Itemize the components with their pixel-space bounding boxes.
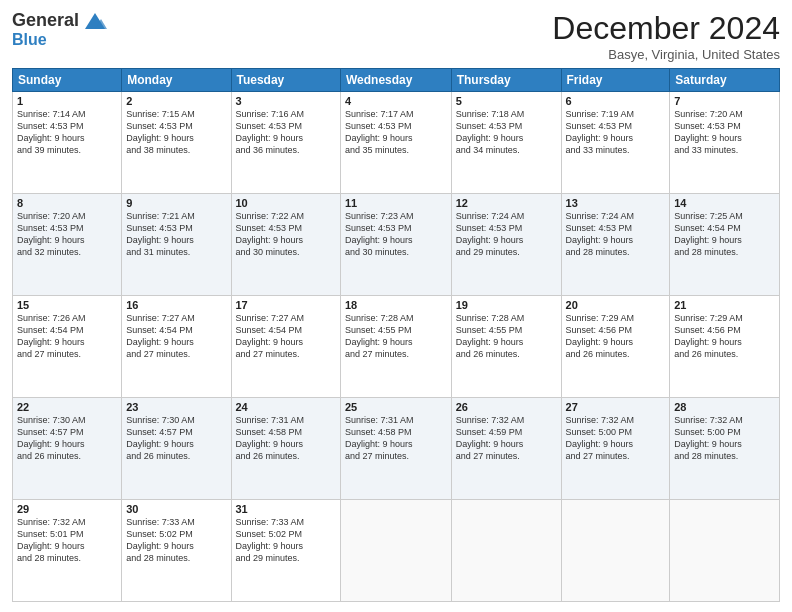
location: Basye, Virginia, United States xyxy=(552,47,780,62)
month-title: December 2024 xyxy=(552,10,780,47)
col-sunday: Sunday xyxy=(13,69,122,92)
col-thursday: Thursday xyxy=(451,69,561,92)
day-info: Sunrise: 7:33 AM Sunset: 5:02 PM Dayligh… xyxy=(236,516,336,565)
day-number: 8 xyxy=(17,197,117,209)
day-info: Sunrise: 7:32 AM Sunset: 5:01 PM Dayligh… xyxy=(17,516,117,565)
day-number: 12 xyxy=(456,197,557,209)
col-monday: Monday xyxy=(122,69,231,92)
calendar-cell: 20Sunrise: 7:29 AM Sunset: 4:56 PM Dayli… xyxy=(561,296,670,398)
day-number: 14 xyxy=(674,197,775,209)
calendar-cell: 9Sunrise: 7:21 AM Sunset: 4:53 PM Daylig… xyxy=(122,194,231,296)
day-info: Sunrise: 7:32 AM Sunset: 4:59 PM Dayligh… xyxy=(456,414,557,463)
day-info: Sunrise: 7:29 AM Sunset: 4:56 PM Dayligh… xyxy=(674,312,775,361)
day-info: Sunrise: 7:21 AM Sunset: 4:53 PM Dayligh… xyxy=(126,210,226,259)
day-info: Sunrise: 7:27 AM Sunset: 4:54 PM Dayligh… xyxy=(126,312,226,361)
day-number: 4 xyxy=(345,95,447,107)
calendar-cell: 16Sunrise: 7:27 AM Sunset: 4:54 PM Dayli… xyxy=(122,296,231,398)
page: General Blue December 2024 Basye, Virgin… xyxy=(0,0,792,612)
day-number: 18 xyxy=(345,299,447,311)
column-headers: Sunday Monday Tuesday Wednesday Thursday… xyxy=(13,69,780,92)
calendar-cell: 23Sunrise: 7:30 AM Sunset: 4:57 PM Dayli… xyxy=(122,398,231,500)
day-number: 17 xyxy=(236,299,336,311)
calendar-cell: 12Sunrise: 7:24 AM Sunset: 4:53 PM Dayli… xyxy=(451,194,561,296)
calendar-cell: 5Sunrise: 7:18 AM Sunset: 4:53 PM Daylig… xyxy=(451,92,561,194)
col-friday: Friday xyxy=(561,69,670,92)
calendar-cell: 8Sunrise: 7:20 AM Sunset: 4:53 PM Daylig… xyxy=(13,194,122,296)
day-info: Sunrise: 7:22 AM Sunset: 4:53 PM Dayligh… xyxy=(236,210,336,259)
week-row-2: 15Sunrise: 7:26 AM Sunset: 4:54 PM Dayli… xyxy=(13,296,780,398)
day-info: Sunrise: 7:14 AM Sunset: 4:53 PM Dayligh… xyxy=(17,108,117,157)
day-info: Sunrise: 7:17 AM Sunset: 4:53 PM Dayligh… xyxy=(345,108,447,157)
day-info: Sunrise: 7:25 AM Sunset: 4:54 PM Dayligh… xyxy=(674,210,775,259)
calendar-cell: 11Sunrise: 7:23 AM Sunset: 4:53 PM Dayli… xyxy=(340,194,451,296)
day-number: 23 xyxy=(126,401,226,413)
day-number: 29 xyxy=(17,503,117,515)
day-number: 5 xyxy=(456,95,557,107)
day-number: 15 xyxy=(17,299,117,311)
col-wednesday: Wednesday xyxy=(340,69,451,92)
day-number: 20 xyxy=(566,299,666,311)
day-info: Sunrise: 7:31 AM Sunset: 4:58 PM Dayligh… xyxy=(345,414,447,463)
day-number: 24 xyxy=(236,401,336,413)
day-number: 9 xyxy=(126,197,226,209)
day-info: Sunrise: 7:29 AM Sunset: 4:56 PM Dayligh… xyxy=(566,312,666,361)
day-number: 7 xyxy=(674,95,775,107)
day-info: Sunrise: 7:19 AM Sunset: 4:53 PM Dayligh… xyxy=(566,108,666,157)
day-info: Sunrise: 7:27 AM Sunset: 4:54 PM Dayligh… xyxy=(236,312,336,361)
day-number: 27 xyxy=(566,401,666,413)
day-number: 1 xyxy=(17,95,117,107)
day-info: Sunrise: 7:33 AM Sunset: 5:02 PM Dayligh… xyxy=(126,516,226,565)
logo: General Blue xyxy=(12,10,109,49)
day-number: 21 xyxy=(674,299,775,311)
day-number: 22 xyxy=(17,401,117,413)
day-info: Sunrise: 7:28 AM Sunset: 4:55 PM Dayligh… xyxy=(456,312,557,361)
day-info: Sunrise: 7:24 AM Sunset: 4:53 PM Dayligh… xyxy=(566,210,666,259)
calendar-cell xyxy=(340,500,451,602)
col-saturday: Saturday xyxy=(670,69,780,92)
calendar-cell: 18Sunrise: 7:28 AM Sunset: 4:55 PM Dayli… xyxy=(340,296,451,398)
calendar-cell: 10Sunrise: 7:22 AM Sunset: 4:53 PM Dayli… xyxy=(231,194,340,296)
day-info: Sunrise: 7:32 AM Sunset: 5:00 PM Dayligh… xyxy=(566,414,666,463)
calendar-cell: 2Sunrise: 7:15 AM Sunset: 4:53 PM Daylig… xyxy=(122,92,231,194)
col-tuesday: Tuesday xyxy=(231,69,340,92)
day-info: Sunrise: 7:30 AM Sunset: 4:57 PM Dayligh… xyxy=(126,414,226,463)
calendar-cell: 4Sunrise: 7:17 AM Sunset: 4:53 PM Daylig… xyxy=(340,92,451,194)
day-info: Sunrise: 7:16 AM Sunset: 4:53 PM Dayligh… xyxy=(236,108,336,157)
calendar-cell: 19Sunrise: 7:28 AM Sunset: 4:55 PM Dayli… xyxy=(451,296,561,398)
day-number: 31 xyxy=(236,503,336,515)
day-info: Sunrise: 7:18 AM Sunset: 4:53 PM Dayligh… xyxy=(456,108,557,157)
logo-general: General xyxy=(12,10,79,31)
logo-blue: Blue xyxy=(12,31,47,49)
calendar-table: Sunday Monday Tuesday Wednesday Thursday… xyxy=(12,68,780,602)
day-number: 6 xyxy=(566,95,666,107)
day-info: Sunrise: 7:20 AM Sunset: 4:53 PM Dayligh… xyxy=(674,108,775,157)
day-number: 16 xyxy=(126,299,226,311)
day-number: 28 xyxy=(674,401,775,413)
calendar-cell: 22Sunrise: 7:30 AM Sunset: 4:57 PM Dayli… xyxy=(13,398,122,500)
day-number: 19 xyxy=(456,299,557,311)
calendar-cell: 1Sunrise: 7:14 AM Sunset: 4:53 PM Daylig… xyxy=(13,92,122,194)
calendar-cell: 28Sunrise: 7:32 AM Sunset: 5:00 PM Dayli… xyxy=(670,398,780,500)
header: General Blue December 2024 Basye, Virgin… xyxy=(12,10,780,62)
day-number: 13 xyxy=(566,197,666,209)
day-info: Sunrise: 7:28 AM Sunset: 4:55 PM Dayligh… xyxy=(345,312,447,361)
day-number: 11 xyxy=(345,197,447,209)
day-number: 10 xyxy=(236,197,336,209)
day-info: Sunrise: 7:23 AM Sunset: 4:53 PM Dayligh… xyxy=(345,210,447,259)
day-info: Sunrise: 7:30 AM Sunset: 4:57 PM Dayligh… xyxy=(17,414,117,463)
calendar-cell: 6Sunrise: 7:19 AM Sunset: 4:53 PM Daylig… xyxy=(561,92,670,194)
week-row-3: 22Sunrise: 7:30 AM Sunset: 4:57 PM Dayli… xyxy=(13,398,780,500)
calendar-cell xyxy=(561,500,670,602)
calendar-cell xyxy=(670,500,780,602)
day-number: 3 xyxy=(236,95,336,107)
calendar-cell: 15Sunrise: 7:26 AM Sunset: 4:54 PM Dayli… xyxy=(13,296,122,398)
calendar-cell: 27Sunrise: 7:32 AM Sunset: 5:00 PM Dayli… xyxy=(561,398,670,500)
day-info: Sunrise: 7:26 AM Sunset: 4:54 PM Dayligh… xyxy=(17,312,117,361)
week-row-0: 1Sunrise: 7:14 AM Sunset: 4:53 PM Daylig… xyxy=(13,92,780,194)
day-info: Sunrise: 7:15 AM Sunset: 4:53 PM Dayligh… xyxy=(126,108,226,157)
calendar-cell: 30Sunrise: 7:33 AM Sunset: 5:02 PM Dayli… xyxy=(122,500,231,602)
day-number: 26 xyxy=(456,401,557,413)
week-row-1: 8Sunrise: 7:20 AM Sunset: 4:53 PM Daylig… xyxy=(13,194,780,296)
calendar-cell: 24Sunrise: 7:31 AM Sunset: 4:58 PM Dayli… xyxy=(231,398,340,500)
calendar-cell: 13Sunrise: 7:24 AM Sunset: 4:53 PM Dayli… xyxy=(561,194,670,296)
